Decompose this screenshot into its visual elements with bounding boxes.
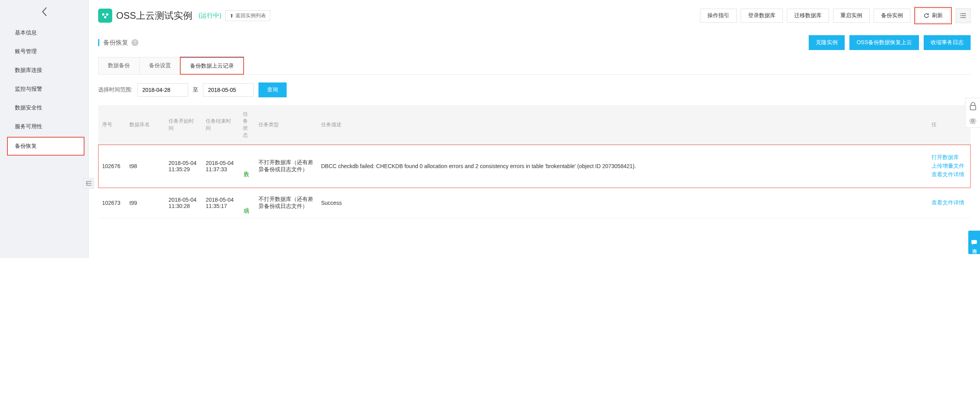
th-desc: 任务描述 [317,105,928,145]
view-file-link[interactable]: 查看文件详情 [932,199,967,206]
th-type: 任务类型 [255,105,317,145]
th-seq: 序号 [98,105,126,145]
sidebar-item-monitor[interactable]: 监控与报警 [0,80,88,99]
query-button[interactable]: 查询 [258,82,287,97]
restart-button[interactable]: 重启实例 [833,9,870,23]
clone-instance-button[interactable]: 克隆实例 [809,35,845,50]
chat-icon [971,240,977,245]
cell-seq: 102676 [98,145,126,188]
svg-point-1 [106,13,108,16]
th-end: 任务结束时间 [202,105,239,145]
sidebar-item-basic[interactable]: 基本信息 [0,23,88,42]
th-start: 任务开始时间 [165,105,202,145]
cell-start: 2018-05-04 11:30:28 [165,188,202,218]
cell-status: 失败 [243,167,250,168]
svg-rect-7 [971,240,977,244]
view-file-link[interactable]: 查看文件详情 [932,171,967,178]
open-db-link[interactable]: 打开数据库 [932,154,967,161]
chat-panel[interactable]: 咨询 [968,231,980,254]
svg-point-5 [960,17,961,18]
up-arrow-icon: ⬆ [230,13,234,19]
backup-button[interactable]: 备份实例 [874,9,910,23]
cell-dbname: t98 [126,145,165,188]
tabs: 数据备份 备份设置 备份数据上云记录 [98,57,971,75]
tab-backup-settings[interactable]: 备份设置 [139,57,181,74]
table-row: 102673 t99 2018-05-04 11:30:28 2018-05-0… [98,188,971,218]
cell-desc: DBCC checkdb failed: CHECKDB found 0 all… [317,145,928,188]
app-icon [98,9,112,23]
page-title: OSS上云测试实例 [116,9,192,22]
cell-end: 2018-05-04 11:37:33 [202,145,239,188]
list-view-icon[interactable] [956,8,971,23]
task-table: 序号 数据库名 任务开始时间 任务结束时间 任务状态 任务类型 任务描述 任 1… [98,105,971,218]
cell-status: 成功 [243,203,250,205]
sidebar-item-db-conn[interactable]: 数据库连接 [0,61,88,80]
th-ops: 任 [928,105,971,145]
cell-desc: Success [317,188,928,218]
sidebar-item-backup[interactable]: 备份恢复 [7,137,84,156]
th-status: 任务状态 [239,105,255,145]
sidebar-item-security[interactable]: 数据安全性 [0,99,88,117]
sidebar-item-account[interactable]: 账号管理 [0,42,88,61]
cart-count-badge: 0 [969,118,976,124]
refresh-button[interactable]: 刷新 [916,9,950,23]
svg-point-2 [104,16,106,18]
lock-icon [967,102,978,113]
sidebar: 基本信息 账号管理 数据库连接 监控与报警 数据安全性 服务可用性 备份恢复 [0,0,89,258]
svg-point-3 [960,13,961,14]
shrink-log-button[interactable]: 收缩事务日志 [924,35,971,50]
section-title: 备份恢复 [103,39,128,47]
cell-end: 2018-05-04 11:35:17 [202,188,239,218]
date-range-label: 选择时间范围: [98,86,133,93]
upload-incr-link[interactable]: 上传增量文件 [932,163,967,170]
shopping-cart-panel[interactable]: 购物车 0 [965,98,980,128]
back-icon[interactable] [0,0,88,23]
section-bar [98,39,99,46]
help-icon[interactable]: ? [131,39,138,46]
cell-type: 不打开数据库（还有差异备份或日志文件） [255,188,317,218]
cell-start: 2018-05-04 11:35:29 [165,145,202,188]
cell-dbname: t99 [126,188,165,218]
oss-restore-button[interactable]: OSS备份数据恢复上云 [849,35,919,50]
svg-rect-6 [970,106,976,110]
guide-button[interactable]: 操作指引 [700,9,737,23]
back-to-list-label: 返回实例列表 [235,12,266,19]
sidebar-item-availability[interactable]: 服务可用性 [0,117,88,136]
cell-type: 不打开数据库（还有差异备份或日志文件） [255,145,317,188]
main-content: OSS上云测试实例 (运行中) ⬆ 返回实例列表 操作指引 登录数据库 迁移数据… [89,0,980,258]
refresh-icon [923,13,930,19]
svg-point-0 [102,13,104,16]
refresh-label: 刷新 [932,12,943,19]
date-to-input[interactable] [203,83,254,97]
status-badge: (运行中) [199,12,222,20]
table-row: 102676 t98 2018-05-04 11:35:29 2018-05-0… [98,145,971,188]
date-from-input[interactable] [137,83,188,97]
login-db-button[interactable]: 登录数据库 [741,9,783,23]
tab-upload-records[interactable]: 备份数据上云记录 [180,57,244,74]
tab-data-backup[interactable]: 数据备份 [98,57,140,74]
cell-seq: 102673 [98,188,126,218]
back-to-list-button[interactable]: ⬆ 返回实例列表 [225,10,270,21]
migrate-db-button[interactable]: 迁移数据库 [787,9,829,23]
svg-point-4 [960,15,961,16]
date-to-label: 至 [193,86,198,93]
th-dbname: 数据库名 [126,105,165,145]
